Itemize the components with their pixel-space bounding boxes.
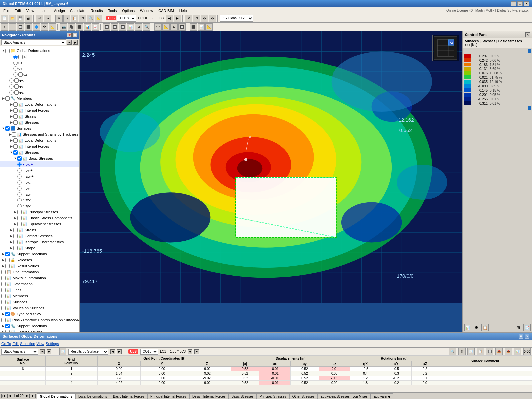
t2-btn-23[interactable]: ⬛ — [190, 23, 197, 31]
view-area[interactable]: -12.162 2.245 -118.765 79.417 170/0/0 0.… — [80, 31, 462, 332]
tree-elastic-stress[interactable]: ▶ 📊 Elastic Stress Components — [0, 215, 79, 221]
tree-result-values[interactable]: ▶ 📊 Result Values — [0, 263, 79, 269]
cb-shape[interactable] — [13, 246, 18, 250]
tree-members-2[interactable]: 📊 Members — [0, 293, 79, 299]
menu-insert[interactable]: Insert — [37, 7, 51, 14]
cb-strains-s[interactable] — [13, 228, 18, 232]
t2-btn-15[interactable]: 🔲 — [119, 23, 126, 31]
radio-sigma-y-plus[interactable] — [17, 168, 22, 173]
tree-internal-forces-s[interactable]: ▶ 📊 Internal Forces — [0, 143, 79, 149]
bt-icon-9[interactable]: 0.00 — [523, 348, 531, 355]
t2-btn-20[interactable]: 📐 — [162, 23, 170, 31]
cp-icon-chart[interactable]: 📊 — [464, 324, 471, 331]
radio-sigma-x-plus[interactable] — [17, 162, 22, 167]
tree-uz[interactable]: uz — [0, 71, 79, 77]
tab-principal-internal-forces[interactable]: Principal Internal Forces — [147, 393, 189, 399]
tab-other-stresses[interactable]: Other Stresses — [289, 393, 318, 399]
tree-local-deformations-m[interactable]: ▶ 📊 Local Deformations — [0, 101, 79, 107]
tree-maxmin-info[interactable]: 📊 Max/Min Information — [0, 275, 79, 281]
tab-global-deformations[interactable]: Global Deformations — [37, 393, 75, 399]
cp-icon-grid[interactable]: ⊞ — [515, 324, 522, 331]
cb-result-sections[interactable] — [5, 330, 10, 333]
bt-icon-8[interactable]: 📊 — [514, 348, 521, 355]
menu-results[interactable]: Results — [88, 7, 106, 14]
tree-tau-xy-minus[interactable]: ○ τxy,- — [0, 191, 79, 197]
cb-surfaces-2[interactable] — [1, 300, 6, 304]
radio-phiz[interactable] — [9, 90, 14, 95]
cb-title-info[interactable] — [1, 270, 6, 274]
tree-support-reactions[interactable]: ▶ 🔩 Support Reactions — [0, 251, 79, 257]
results-next[interactable]: ▶ — [117, 349, 122, 354]
cb-members[interactable] — [5, 96, 10, 101]
cb-equivalent-stresses[interactable] — [17, 222, 22, 226]
prev-lc-button[interactable]: ◀ — [166, 15, 173, 22]
tree-global-deformations[interactable]: ▼ 📁 Global Deformations — [0, 48, 79, 54]
tab-basic-internal-forces[interactable]: Basic Internal Forces — [110, 393, 147, 399]
tree-support-reactions-2[interactable]: ▶ 🔩 Support Reactions — [0, 323, 79, 329]
edit-link[interactable]: Edit — [12, 342, 19, 346]
bottom-co-selector[interactable]: CO18 — [140, 349, 158, 355]
t2-btn-10[interactable]: ⬛ — [76, 23, 83, 31]
tree-tau-xy-plus[interactable]: ○ τxy,+ — [0, 173, 79, 179]
menu-window[interactable]: Window — [137, 7, 156, 14]
cb-phiy[interactable] — [14, 84, 19, 89]
t2-btn-3[interactable]: 🔲 — [17, 23, 24, 31]
cp-icon-table[interactable]: 📑 — [523, 324, 531, 331]
tab-equivalent-stresses-vm[interactable]: Equivalent Stresses - von Mises — [317, 393, 370, 399]
cb-members-2[interactable] — [1, 294, 6, 298]
cb-elastic-stress[interactable] — [17, 216, 22, 220]
t2-btn-17[interactable]: ⚙ — [135, 23, 142, 31]
results-by-selector[interactable]: Results by Surface — [68, 349, 108, 355]
bottom-lc-next[interactable]: ▶ — [194, 349, 199, 354]
radio-tau-xy-plus[interactable] — [17, 174, 22, 179]
cb-phix[interactable] — [14, 78, 19, 83]
cb-strains-m[interactable] — [13, 114, 18, 119]
tree-internal-forces-m[interactable]: ▶ 📊 Internal Forces — [0, 107, 79, 113]
tree-sigma-x-plus[interactable]: ● σx,+ — [0, 161, 79, 167]
tree-deformation[interactable]: 📊 Deformation — [0, 281, 79, 287]
cb-uz[interactable] — [18, 72, 23, 77]
tree-contact-stresses[interactable]: ▶ 📊 Contact Stresses — [0, 233, 79, 239]
cb-values-on-surfaces[interactable] — [1, 306, 6, 310]
menu-view[interactable]: View — [24, 7, 37, 14]
toolbar-btn-5[interactable]: 📋 — [71, 15, 78, 22]
bt-icon-5[interactable]: 🔲 — [486, 348, 493, 355]
tab-principal-stresses[interactable]: Principal Stresses — [257, 393, 289, 399]
panel-close-button[interactable]: ✕ — [72, 33, 77, 37]
tree-strains-m[interactable]: ▶ 📊 Strains — [0, 113, 79, 119]
cb-support-reactions-2[interactable] — [5, 324, 10, 328]
radio-uy[interactable] — [13, 66, 18, 71]
t2-btn-21[interactable]: ⚙ — [170, 23, 178, 31]
radio-phiy[interactable] — [9, 84, 14, 89]
tree-sigma-y-minus[interactable]: ○ σy,- — [0, 185, 79, 191]
cb-stresses-strains-t[interactable] — [12, 132, 16, 137]
results-prev[interactable]: ◀ — [110, 349, 115, 354]
minimize-button[interactable]: — — [511, 1, 516, 6]
bottom-panel-detach[interactable]: ⊞ — [519, 334, 523, 339]
cb-internal-forces-m[interactable] — [13, 108, 18, 113]
cb-u-abs[interactable] — [18, 55, 23, 59]
t2-btn-18[interactable]: 🔍 — [143, 23, 150, 31]
tree-phiz[interactable]: φz — [0, 89, 79, 95]
analysis-type-selector[interactable]: Static Analysis — [1, 349, 38, 355]
cb-maxmin-info[interactable] — [1, 276, 6, 280]
tree-sigma-x-minus[interactable]: ○ σx,- — [0, 179, 79, 185]
tree-uy[interactable]: uy — [0, 66, 79, 71]
cb-isotropic[interactable] — [13, 240, 18, 244]
results-by-icon[interactable]: 📊 — [59, 348, 66, 355]
toolbar-btn-4[interactable]: ✂ — [63, 15, 70, 22]
tree-strains-s[interactable]: ▶ 📊 Strains — [0, 227, 79, 233]
t2-btn-16[interactable]: 📊 — [127, 23, 134, 31]
page-prev[interactable]: ◀ — [7, 394, 12, 398]
tree-stresses-s[interactable]: ▼ 📊 Stresses — [0, 149, 79, 155]
t2-btn-11[interactable]: 📊 — [84, 23, 91, 31]
menu-calculate[interactable]: Calculate — [67, 7, 88, 14]
bottom-lc-prev[interactable]: ◀ — [188, 349, 192, 354]
panel-pin-button[interactable]: 📌 — [67, 33, 72, 37]
t2-btn-14[interactable]: 🔲 — [111, 23, 118, 31]
tree-releases[interactable]: ▶ 🔓 Releases — [0, 257, 79, 263]
tree-basic-stresses[interactable]: ▼ 📊 Basic Stresses — [0, 155, 79, 161]
new-button[interactable]: 📄 — [1, 15, 8, 22]
menu-assign[interactable]: Assign — [51, 7, 67, 14]
page-next[interactable]: ▶ — [25, 394, 30, 398]
